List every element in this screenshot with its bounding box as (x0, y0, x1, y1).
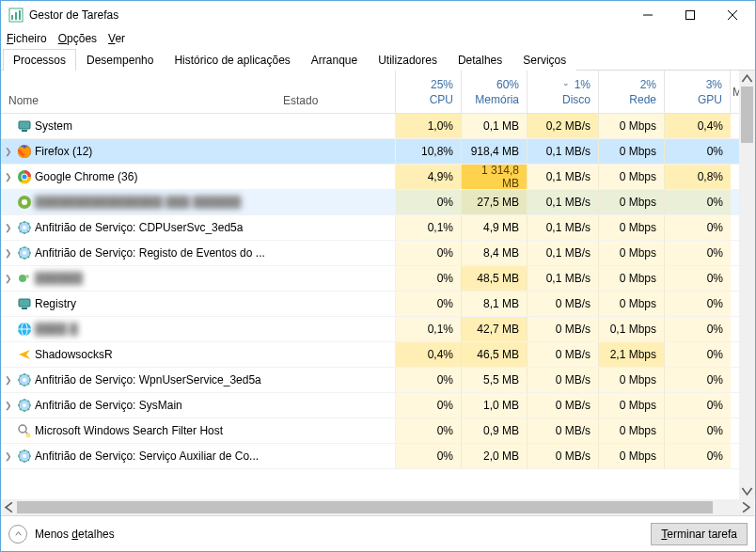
scrollbar-vertical[interactable] (739, 71, 755, 499)
net-cell: 0 Mbps (599, 292, 665, 316)
expand-icon[interactable]: ❯ (1, 248, 16, 258)
tab-arranque[interactable]: Arranque (301, 49, 368, 71)
table-row[interactable]: ❯Anfitrião de Serviço: Serviço Auxiliar … (1, 444, 755, 469)
less-details-toggle[interactable] (8, 525, 27, 544)
process-name: Microsoft Windows Search Filter Host (33, 424, 283, 437)
scroll-up-button[interactable] (739, 71, 755, 87)
expand-icon[interactable]: ❯ (1, 401, 16, 410)
state-cell (283, 241, 396, 265)
process-name: Anfitrião de Serviço: CDPUserSvc_3ed5a (33, 221, 283, 234)
state-cell (283, 139, 396, 164)
tab-servicos[interactable]: Serviços (512, 49, 576, 71)
table-row[interactable]: ❯Anfitrião de Serviço: SysMain0%1,0 MB0 … (1, 393, 755, 418)
tabs: Processos Desempenho Histórico de aplica… (1, 48, 755, 71)
disk-cell: 0 MB/s (528, 444, 599, 468)
menu-view[interactable]: Ver (108, 32, 125, 45)
scroll-left-button[interactable] (1, 499, 17, 515)
green2-icon (16, 271, 33, 286)
cpu-cell: 0,1% (396, 215, 462, 240)
minimize-button[interactable] (626, 1, 669, 29)
system-icon (16, 118, 33, 134)
net-cell: 0 Mbps (599, 165, 665, 189)
gpu-cell: 0% (665, 139, 731, 164)
scroll-thumb-vertical[interactable] (741, 87, 753, 143)
table-row[interactable]: ████ █0,1%42,7 MB0 MB/s0,1 Mbps0% (1, 317, 755, 342)
expand-icon[interactable]: ❯ (1, 223, 16, 232)
svg-point-35 (23, 454, 26, 458)
table-row[interactable]: ❯Google Chrome (36)4,9%1 314,8 MB0,1 MB/… (1, 165, 755, 190)
cpu-cell: 10,8% (396, 139, 462, 164)
cpu-cell: 4,9% (396, 165, 462, 189)
end-task-button[interactable]: Terminar tarefa (651, 523, 748, 545)
disk-cell: 0,1 MB/s (528, 215, 599, 240)
table-row[interactable]: ShadowsocksR0,4%46,5 MB0 MB/s2,1 Mbps0% (1, 342, 755, 368)
header-mem[interactable]: 60%Memória (462, 71, 528, 113)
table-row[interactable]: ❯██████0%48,5 MB0,1 MB/s0 Mbps0% (1, 266, 755, 292)
tab-utilizadores[interactable]: Utilizadores (368, 49, 448, 71)
net-cell: 0 Mbps (599, 393, 665, 418)
plane-icon (16, 347, 33, 362)
table-row[interactable]: ❯Firefox (12)10,8%918,4 MB0,1 MB/s0 Mbps… (1, 139, 755, 165)
search-icon (16, 423, 33, 438)
header-net[interactable]: 2%Rede (599, 71, 665, 113)
scrollbar-horizontal[interactable] (1, 499, 754, 515)
close-button[interactable] (711, 1, 753, 29)
expand-icon[interactable]: ❯ (1, 375, 16, 385)
table-row[interactable]: ❯Anfitrião de Serviço: CDPUserSvc_3ed5a0… (1, 215, 755, 241)
table-row[interactable]: ❯Anfitrião de Serviço: WpnUserService_3e… (1, 368, 755, 393)
table-row[interactable]: System1,0%0,1 MB0,2 MB/s0 Mbps0,4% (1, 114, 755, 139)
table-row[interactable]: ❯Anfitrião de Serviço: Registo de Evento… (1, 241, 755, 266)
scroll-down-button[interactable] (739, 483, 755, 499)
process-name: Firefox (12) (33, 145, 283, 158)
header-name[interactable]: Nome (1, 71, 283, 113)
less-details-label[interactable]: Menos detalhes (35, 528, 115, 541)
disk-cell: 0 MB/s (528, 393, 599, 418)
header-cpu[interactable]: 25%CPU (396, 71, 462, 113)
expand-icon[interactable]: ❯ (1, 147, 16, 156)
mem-cell: 0,1 MB (462, 114, 528, 138)
mem-cell: 27,5 MB (462, 190, 528, 214)
process-name: Anfitrião de Serviço: WpnUserService_3ed… (33, 373, 283, 386)
header-state[interactable]: Estado (283, 71, 396, 113)
cpu-cell: 0% (396, 266, 462, 291)
app-icon (8, 8, 24, 23)
footer: Menos detalhes Terminar tarefa (1, 515, 755, 551)
gpu-cell: 0% (665, 317, 731, 341)
cpu-cell: 0,4% (396, 342, 462, 367)
cpu-cell: 0% (396, 393, 462, 418)
net-cell: 2,1 Mbps (599, 342, 665, 367)
table-row[interactable]: Registry0%8,1 MB0 MB/s0 Mbps0% (1, 292, 755, 317)
gear-icon (16, 449, 33, 464)
menu-options[interactable]: Opções (58, 32, 97, 45)
green-icon (16, 195, 33, 210)
svg-point-33 (26, 434, 31, 438)
mem-cell: 1 314,8 MB (462, 165, 528, 189)
expand-icon[interactable]: ❯ (1, 274, 16, 283)
table-row[interactable]: ████████████████ ███ ██████0%27,5 MB0,1 … (1, 190, 755, 215)
tab-desempenho[interactable]: Desempenho (76, 49, 164, 71)
state-cell (283, 368, 396, 392)
tab-historico[interactable]: Histórico de aplicações (164, 49, 300, 71)
cpu-cell: 0% (396, 444, 462, 468)
gear-icon (16, 398, 33, 413)
scroll-thumb-horizontal[interactable] (17, 501, 713, 513)
table-row[interactable]: Microsoft Windows Search Filter Host0%0,… (1, 418, 755, 444)
disk-cell: 0,1 MB/s (528, 241, 599, 265)
process-name: Registry (33, 297, 283, 310)
menu-file[interactable]: Ficheiro (7, 32, 47, 45)
scroll-right-button[interactable] (738, 499, 754, 515)
header-gpu[interactable]: 3%GPU (665, 71, 731, 113)
state-cell (283, 215, 396, 240)
maximize-button[interactable] (669, 1, 711, 29)
gpu-cell: 0% (665, 241, 731, 265)
tab-detalhes[interactable]: Detalhes (448, 49, 512, 71)
gpu-cell: 0% (665, 368, 731, 392)
gpu-cell: 0% (665, 342, 731, 367)
mem-cell: 8,4 MB (462, 241, 528, 265)
net-cell: 0,1 Mbps (599, 317, 665, 341)
tab-processos[interactable]: Processos (3, 49, 76, 71)
mem-cell: 918,4 MB (462, 139, 528, 164)
header-disk[interactable]: ⌄1%Disco (528, 71, 599, 113)
expand-icon[interactable]: ❯ (1, 172, 16, 181)
expand-icon[interactable]: ❯ (1, 451, 16, 461)
